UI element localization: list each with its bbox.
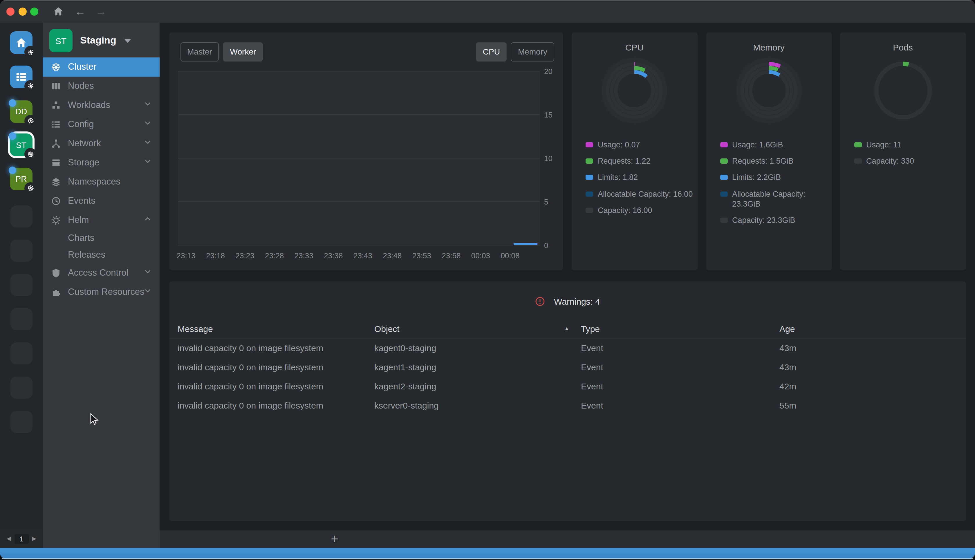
y-axis-label: 10 — [544, 154, 552, 163]
legend-item: Requests: 1.22 — [586, 157, 697, 167]
x-axis-label: 00:03 — [471, 251, 490, 260]
table-cell: kagent1-staging — [374, 362, 581, 372]
sidebar-item-nodes[interactable]: Nodes — [43, 76, 159, 95]
rail-button-cluster-st[interactable]: ST — [10, 133, 32, 156]
x-axis-label: 23:13 — [177, 251, 195, 260]
x-axis-label: 23:28 — [265, 251, 284, 260]
chevron-down-icon — [143, 287, 152, 295]
nodes-icon — [51, 81, 61, 91]
network-icon — [51, 138, 61, 148]
minimize-button[interactable] — [18, 8, 27, 16]
window-bottom-edge — [0, 558, 975, 559]
table-row[interactable]: invalid capacity 0 on image filesystemka… — [169, 357, 966, 376]
warnings-header: Warnings: 4 — [169, 281, 966, 306]
column-header-age[interactable]: Age — [779, 323, 966, 333]
helm-icon — [51, 215, 61, 225]
table-cell: kagent2-staging — [374, 381, 581, 391]
node-tab-master[interactable]: Master — [180, 42, 219, 61]
status-dot — [9, 99, 16, 107]
legend-item: Capacity: 16.00 — [586, 206, 697, 216]
table-row[interactable]: invalid capacity 0 on image filesystemks… — [169, 395, 966, 415]
workloads-icon — [51, 100, 61, 110]
chevron-down-icon — [143, 267, 152, 276]
close-button[interactable] — [7, 8, 15, 16]
node-tab-worker[interactable]: Worker — [223, 42, 263, 61]
sidebar-item-network[interactable]: Network — [43, 134, 159, 153]
legend-item: Allocatable Capacity:23.3GiB — [720, 190, 832, 209]
x-axis-label: 00:08 — [500, 251, 519, 260]
sidebar-item-cluster[interactable]: Cluster — [43, 57, 159, 76]
column-header-object[interactable]: Object▲ — [374, 323, 581, 333]
chevron-down-icon — [143, 157, 152, 166]
sidebar-item-releases[interactable]: Releases — [43, 246, 159, 263]
sidebar-item-custom-resources[interactable]: Custom Resources — [43, 282, 159, 302]
cluster-icon — [51, 62, 61, 72]
legend-item: Requests: 1.5GiB — [720, 157, 832, 167]
x-axis-label: 23:23 — [236, 251, 255, 260]
zoom-button[interactable] — [30, 8, 38, 16]
legend-label: Allocatable Capacity:23.3GiB — [732, 190, 805, 209]
sidebar-item-storage[interactable]: Storage — [43, 153, 159, 172]
chevron-down-icon — [143, 100, 152, 110]
forward-icon[interactable]: → — [93, 5, 108, 18]
kube-icon — [27, 151, 34, 158]
kube-badge — [24, 148, 37, 160]
previous-page-icon[interactable]: ◀ — [7, 534, 11, 544]
sidebar-item-label: Namespaces — [68, 177, 120, 187]
rail-button-label: PR — [16, 174, 27, 183]
new-tab-button[interactable]: + — [328, 531, 342, 547]
legend-item: Capacity: 23.3GiB — [720, 216, 832, 226]
catalog-icon — [15, 70, 27, 83]
shield-icon — [51, 268, 61, 278]
column-header-type[interactable]: Type — [581, 323, 779, 333]
puzzle-icon — [51, 287, 61, 297]
cluster-switcher[interactable]: ST Staging — [43, 28, 159, 53]
sidebar-item-label: Helm — [68, 215, 89, 225]
y-axis-label: 20 — [544, 67, 552, 76]
home-icon[interactable] — [50, 6, 66, 20]
sidebar-item-label: Charts — [68, 233, 94, 243]
gear-icon — [27, 48, 34, 55]
table-cell: Event — [581, 343, 779, 353]
next-page-icon[interactable]: ▶ — [32, 534, 36, 544]
column-header-message[interactable]: Message — [178, 323, 374, 333]
sidebar-item-label: Custom Resources — [68, 287, 145, 297]
legend-item: Usage: 0.07 — [586, 140, 697, 150]
sidebar-item-config[interactable]: Config — [43, 115, 159, 134]
sidebar-item-access-control[interactable]: Access Control — [43, 263, 159, 282]
y-axis-label: 5 — [544, 197, 548, 206]
legend-label: Requests: 1.22 — [598, 157, 651, 167]
legend-swatch — [720, 191, 727, 197]
rail-button-label: ST — [16, 140, 27, 150]
table-cell: 42m — [779, 381, 966, 391]
cpu-card-title: CPU — [572, 42, 697, 52]
y-axis-label: 0 — [544, 241, 548, 250]
sidebar-item-helm[interactable]: Helm — [43, 210, 159, 230]
legend-swatch — [720, 158, 727, 163]
legend-item: Limits: 2.2GiB — [720, 173, 832, 183]
cluster-avatar: ST — [49, 29, 73, 52]
rail-button-cluster-pr[interactable]: PR — [10, 167, 32, 190]
rail-button-home[interactable] — [10, 31, 32, 54]
legend-swatch — [720, 218, 727, 223]
metric-tab-memory[interactable]: Memory — [511, 42, 554, 61]
gridline — [178, 71, 540, 72]
table-cell: Event — [581, 362, 779, 372]
rail-button-cluster-dd[interactable]: DD — [10, 100, 32, 123]
page-number: 1 — [14, 534, 29, 544]
pods-card: PodsUsage: 11Capacity: 330 — [840, 32, 966, 270]
back-icon[interactable]: ← — [73, 5, 88, 18]
rail-button-catalog[interactable] — [10, 65, 32, 88]
sidebar-item-workloads[interactable]: Workloads — [43, 95, 159, 115]
metric-tab-cpu[interactable]: CPU — [476, 42, 507, 61]
sidebar-menu: ClusterNodesWorkloadsConfigNetworkStorag… — [43, 57, 159, 302]
table-row[interactable]: invalid capacity 0 on image filesystemka… — [169, 338, 966, 357]
sidebar-item-charts[interactable]: Charts — [43, 230, 159, 246]
sidebar-item-namespaces[interactable]: Namespaces — [43, 172, 159, 191]
legend-label: Usage: 0.07 — [598, 140, 640, 150]
gear-icon — [27, 82, 34, 89]
dock-tabbar: + — [159, 530, 975, 548]
table-row[interactable]: invalid capacity 0 on image filesystemka… — [169, 376, 966, 395]
x-axis-label: 23:43 — [353, 251, 372, 260]
sidebar-item-events[interactable]: Events — [43, 191, 159, 210]
